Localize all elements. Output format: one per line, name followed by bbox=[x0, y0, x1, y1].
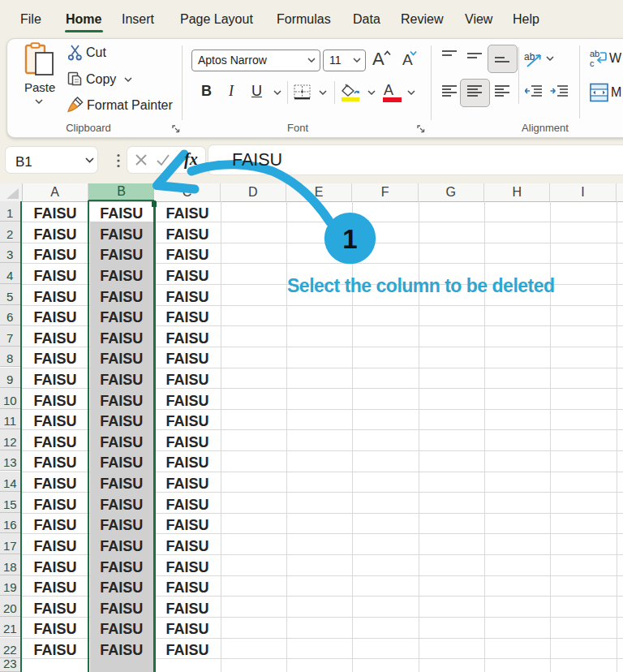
svg-text:1: 1 bbox=[342, 224, 357, 254]
